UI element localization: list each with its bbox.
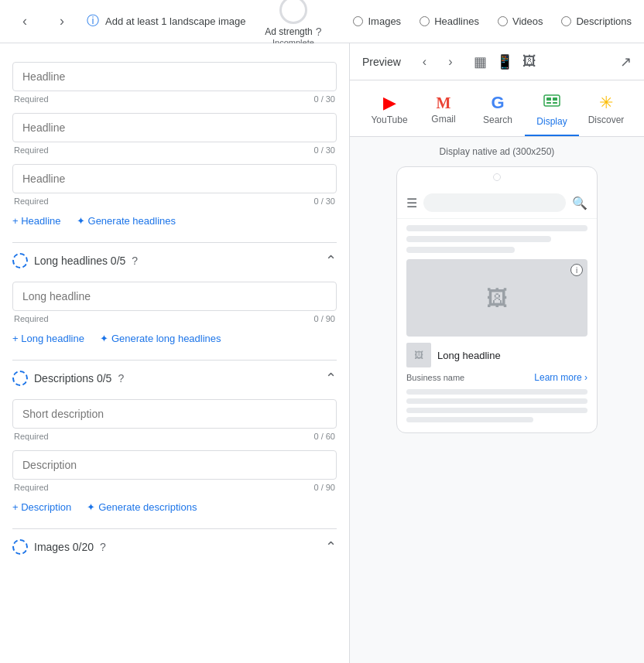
ad-strength-section: Ad strength ? Incomplete	[265, 0, 321, 47]
phone-mockup: ☰ 🔍 🖼 i 🖼 Long h	[396, 166, 598, 433]
phone-camera	[493, 173, 501, 181]
description-input[interactable]	[12, 450, 337, 480]
platform-tabs: ▶ YouTube M Gmail G Search	[350, 80, 644, 137]
images-header[interactable]: Images 0/20 ? ⌃	[12, 529, 337, 562]
headline-input-1[interactable]	[12, 62, 337, 91]
forward-button[interactable]: ›	[50, 9, 74, 34]
info-icon[interactable]: ⓘ	[87, 13, 99, 29]
preview-title: Preview	[362, 56, 401, 68]
checkbox-videos[interactable]: Videos	[498, 15, 543, 27]
filter-checkboxes: Images Headlines Videos Descriptions	[353, 15, 632, 27]
long-headlines-header[interactable]: Long headlines 0/5 ? ⌃	[12, 243, 337, 275]
preview-scroll-area[interactable]: Display native ad (300x250) ☰ 🔍 �	[350, 137, 644, 663]
back-button[interactable]: ‹	[12, 9, 37, 34]
headline-2-required: Required	[14, 145, 49, 155]
generate-headlines-link[interactable]: ✦ Generate headlines	[77, 215, 176, 227]
long-headline-required: Required	[14, 314, 49, 323]
long-headline-action-links: + Long headline ✦ Generate long headline…	[12, 333, 337, 344]
descriptions-title: Descriptions 0/5	[34, 372, 111, 384]
ad-content-row: 🖼 Long headline	[406, 343, 587, 367]
short-desc-required: Required	[14, 432, 49, 441]
preview-view-buttons: ▦ 📱 🖼	[471, 50, 540, 73]
hamburger-icon: ☰	[406, 196, 417, 210]
short-desc-count: 0 / 60	[313, 432, 335, 441]
tab-search[interactable]: G Search	[471, 88, 525, 135]
add-description-link[interactable]: + Description	[12, 501, 71, 513]
long-headlines-title: Long headlines 0/5	[34, 255, 125, 267]
headline-input-2[interactable]	[12, 113, 337, 142]
checkbox-descriptions[interactable]: Descriptions	[561, 15, 632, 27]
svg-rect-2	[553, 97, 557, 101]
phone-content: 🖼 i 🖼 Long headline Business name Learn …	[397, 219, 597, 432]
tab-youtube[interactable]: ▶ YouTube	[362, 88, 416, 135]
learn-more-button[interactable]: Learn more ›	[534, 372, 587, 383]
descriptions-help-icon[interactable]: ?	[118, 372, 124, 384]
headline-input-group-2: Required 0 / 30	[12, 113, 337, 155]
images-chevron: ⌃	[325, 538, 337, 555]
headline-input-group-1: Required 0 / 30	[12, 62, 337, 104]
bottom-line-2	[406, 398, 587, 404]
long-headlines-help-icon[interactable]: ?	[132, 255, 138, 267]
add-headline-link[interactable]: + Headline	[12, 215, 61, 227]
svg-rect-4	[553, 102, 557, 104]
ad-thumbnail: 🖼	[406, 343, 431, 367]
images-title: Images 0/20	[34, 541, 94, 553]
desktop-view-button[interactable]: 🖼	[519, 50, 540, 73]
long-headline-input[interactable]	[12, 282, 337, 311]
headlines-section: Required 0 / 30 Required 0 / 30 Required…	[12, 62, 337, 243]
ad-strength-text: Ad strength ?	[265, 26, 321, 38]
svg-rect-3	[546, 102, 551, 104]
long-headlines-chevron: ⌃	[325, 252, 337, 269]
headline-input-3[interactable]	[12, 164, 337, 193]
headline-2-count: 0 / 30	[313, 145, 335, 155]
long-headline-input-group: Required 0 / 90	[12, 282, 337, 323]
share-button[interactable]: ↗	[620, 53, 632, 70]
sparkle-icon: ✦	[77, 215, 85, 227]
top-bar: ‹ › ⓘ Add at least 1 landscape image Ad …	[0, 0, 644, 43]
generate-long-headlines-link[interactable]: ✦ Generate long headlines	[100, 333, 221, 344]
google-icon: G	[491, 94, 504, 111]
sparkle-icon-2: ✦	[100, 333, 108, 344]
long-headlines-status-icon	[12, 253, 28, 268]
headline-input-group-3: Required 0 / 30	[12, 164, 337, 206]
images-help-icon[interactable]: ?	[100, 541, 106, 553]
bottom-line-1	[406, 389, 587, 395]
preview-forward-button[interactable]: ›	[442, 52, 458, 72]
tab-discover[interactable]: ✳ Discover	[579, 88, 633, 135]
info-badge: i	[570, 264, 583, 276]
image-icon: 🖼	[486, 285, 508, 311]
images-status-icon	[12, 539, 28, 555]
grid-view-button[interactable]: ▦	[471, 50, 490, 73]
long-headline-count: 0 / 90	[313, 314, 335, 323]
headline-action-links: + Headline ✦ Generate headlines	[12, 215, 337, 227]
short-description-input[interactable]	[12, 399, 337, 429]
descriptions-header[interactable]: Descriptions 0/5 ? ⌃	[12, 361, 337, 393]
mobile-view-button[interactable]: 📱	[493, 50, 516, 73]
add-long-headline-link[interactable]: + Long headline	[12, 333, 84, 344]
content-line-1	[406, 225, 587, 231]
preview-header: Preview ‹ › ▦ 📱 🖼 ↗	[350, 43, 644, 80]
landscape-info-text: Add at least 1 landscape image	[105, 15, 245, 27]
checkbox-headlines[interactable]: Headlines	[420, 15, 479, 27]
headline-3-required: Required	[14, 197, 49, 206]
content-lines-bottom	[406, 389, 587, 422]
phone-top-bar: ☰ 🔍	[397, 187, 597, 219]
svg-rect-1	[546, 97, 551, 101]
landscape-info: ⓘ Add at least 1 landscape image	[87, 13, 245, 29]
bottom-line-3	[406, 408, 587, 413]
descriptions-status-icon	[12, 371, 28, 386]
tab-display[interactable]: Display	[525, 87, 579, 136]
tab-gmail[interactable]: M Gmail	[416, 89, 471, 134]
descriptions-section: Descriptions 0/5 ? ⌃ Required 0 / 60 Req…	[12, 361, 337, 529]
main-layout: Required 0 / 30 Required 0 / 30 Required…	[0, 43, 644, 663]
preview-back-button[interactable]: ‹	[416, 52, 433, 72]
ad-bottom-row: Business name Learn more ›	[406, 372, 587, 383]
search-bar-mock	[423, 193, 566, 212]
ad-strength-help-icon[interactable]: ?	[316, 26, 322, 38]
search-icon: 🔍	[572, 196, 587, 210]
checkbox-images[interactable]: Images	[353, 15, 401, 27]
ad-long-headline: Long headline	[437, 350, 501, 361]
images-section: Images 0/20 ? ⌃	[12, 529, 337, 577]
generate-descriptions-link[interactable]: ✦ Generate descriptions	[87, 501, 197, 513]
image-placeholder: 🖼 i	[406, 259, 587, 337]
